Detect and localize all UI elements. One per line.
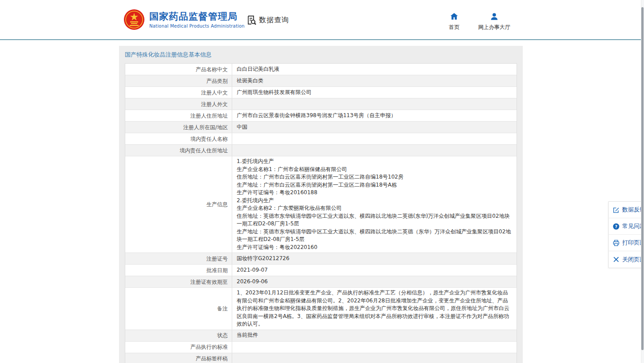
agency-logo[interactable]: 国家药品监督管理局 National Medical Products Admi… bbox=[123, 9, 245, 30]
field-label: 注册人住所地址 bbox=[125, 110, 232, 121]
table-row: 注册人外文 bbox=[125, 98, 517, 110]
header-divider bbox=[0, 39, 644, 40]
table-row: 备注1、2023年01月12日批准变更生产企业、产品执行的标准生产工艺（分相信息… bbox=[125, 288, 517, 330]
field-value bbox=[237, 355, 511, 363]
table-row: 境内责任人名称 bbox=[125, 133, 517, 145]
production-info-line: 生产企业名称1：广州市金栢丽保健品有限公司 bbox=[237, 166, 511, 174]
field-label: 状态 bbox=[125, 330, 232, 341]
agency-subtitle-en: National Medical Products Administration bbox=[149, 24, 245, 29]
data-query-section: 数据查询 bbox=[246, 15, 289, 25]
production-info-line: 2.委托境内生产 bbox=[237, 197, 511, 205]
header-nav: 首页网上办事大厅 bbox=[430, 12, 510, 31]
table-row: 生产信息1.委托境内生产生产企业名称1：广州市金栢丽保健品有限公司住所地址：广州… bbox=[125, 156, 517, 253]
field-label: 产品类别 bbox=[125, 75, 232, 86]
production-info-line: 生产许可证编号：粤妆20160188 bbox=[237, 189, 511, 197]
question-circle-icon: ? bbox=[613, 223, 619, 230]
close-icon bbox=[613, 256, 619, 263]
agency-title-cn: 国家药品监督管理局 bbox=[149, 11, 245, 22]
field-label: 境内责任人住所地址 bbox=[125, 145, 232, 156]
content-panel: 国产特殊化妆品注册信息基本信息 产品名称中文白白日记美白乳液产品类别祛斑美白类注… bbox=[119, 46, 523, 363]
table-row: 批准日期2021-09-07 bbox=[125, 265, 517, 276]
field-label: 备注 bbox=[125, 288, 232, 330]
field-label: 注册人中文 bbox=[125, 87, 232, 98]
data-query-label: 数据查询 bbox=[259, 16, 289, 25]
field-label: 境内责任人名称 bbox=[125, 133, 232, 144]
side-panel-item-3[interactable]: 关闭页面 bbox=[609, 251, 644, 268]
table-row: 产品执行的标准 bbox=[125, 342, 517, 353]
table-row: 注册证有效期至2026-09-06 bbox=[125, 276, 517, 288]
side-panel-item-1[interactable]: ?常见问题 bbox=[609, 218, 644, 235]
field-label: 注册证号 bbox=[125, 253, 232, 264]
production-info-line: 住所地址：英德市东华镇清华园中区工业大道以东、横四路以北地块二英德(东华)万洋众… bbox=[237, 212, 511, 228]
svg-text:?: ? bbox=[615, 224, 617, 228]
vertical-scrollbar-thumb[interactable] bbox=[641, 7, 644, 350]
table-row: 注册人中文广州雨琪生物科技发展有限公司 bbox=[125, 87, 517, 98]
nav-item-label[interactable]: 网上办事大厅 bbox=[478, 24, 510, 31]
nav-item-0[interactable]: 首页 bbox=[449, 12, 459, 31]
field-label: 产品标签样稿 bbox=[125, 353, 232, 363]
table-row: 状态当前批件 bbox=[125, 330, 517, 342]
field-label: 批准日期 bbox=[125, 265, 232, 276]
feedback-edit-icon bbox=[613, 207, 619, 213]
field-value: 广州雨琪生物科技发展有限公司 bbox=[237, 89, 511, 97]
production-info-line: 生产地址：英德市东华镇清华园中区工业大道以东、横四路以北地块二英德（东华）万洋众… bbox=[237, 228, 511, 244]
field-value: 白白日记美白乳液 bbox=[237, 65, 511, 73]
print-icon bbox=[613, 240, 619, 246]
page-title: 国产特殊化妆品注册信息基本信息 bbox=[119, 46, 523, 63]
vertical-scrollbar-track[interactable] bbox=[641, 0, 644, 363]
table-row: 注册人所在国/地区中国 bbox=[125, 122, 517, 133]
field-value: 中国 bbox=[237, 123, 511, 131]
national-emblem-icon bbox=[123, 9, 145, 30]
registration-info-table: 产品名称中文白白日记美白乳液产品类别祛斑美白类注册人中文广州雨琪生物科技发展有限… bbox=[125, 63, 517, 363]
field-value: 2021-09-07 bbox=[237, 266, 511, 274]
field-value bbox=[237, 100, 511, 108]
floating-tool-panel: 数据反馈?常见问题打印页面关闭页面 bbox=[608, 201, 644, 268]
table-row: 注册人住所地址广州市白云区景泰街金钟横路398号润发广场113号房（自主申报） bbox=[125, 110, 517, 122]
table-row: 产品名称中文白白日记美白乳液 bbox=[125, 64, 517, 75]
field-value: 2026-09-06 bbox=[237, 278, 511, 286]
field-value: 1、2023年01月12日批准变更生产企业、产品执行的标准生产工艺（分相信息），… bbox=[237, 289, 511, 328]
production-info-line: 1.委托境内生产 bbox=[237, 158, 511, 166]
production-info-line: 生产企业名称2：广东爱丽斯化妆品有限公司 bbox=[237, 204, 511, 212]
home-icon bbox=[449, 12, 459, 21]
production-info-line: 住所地址：广州市白云区嘉禾街望岗村第一工业区二路自编18号102房 bbox=[237, 173, 511, 181]
field-value bbox=[237, 135, 511, 143]
side-panel-item-2[interactable]: 打印页面 bbox=[609, 235, 644, 251]
nav-item-1[interactable]: 网上办事大厅 bbox=[478, 12, 510, 31]
table-row: 境内责任人住所地址 bbox=[125, 145, 517, 156]
table-row: 注册证号国妆特字G20212726 bbox=[125, 253, 517, 265]
field-label: 生产信息 bbox=[125, 156, 232, 253]
user-icon bbox=[489, 12, 499, 21]
field-value: 广州市白云区景泰街金钟横路398号润发广场113号房（自主申报） bbox=[237, 112, 511, 120]
page-header: 国家药品监督管理局 National Medical Products Admi… bbox=[0, 0, 644, 39]
field-value: 祛斑美白类 bbox=[237, 77, 511, 85]
nav-item-label[interactable]: 首页 bbox=[449, 24, 459, 31]
field-value: 国妆特字G20212726 bbox=[237, 255, 511, 263]
field-label: 产品执行的标准 bbox=[125, 342, 232, 353]
field-label: 注册人外文 bbox=[125, 98, 232, 110]
table-row: 产品标签样稿 bbox=[125, 353, 517, 363]
field-value: 当前批件 bbox=[237, 331, 511, 339]
field-label: 注册人所在国/地区 bbox=[125, 122, 232, 133]
production-info-line: 生产许可证编号：粤妆20220160 bbox=[237, 244, 511, 252]
field-label: 产品名称中文 bbox=[125, 64, 232, 75]
table-row: 产品类别祛斑美白类 bbox=[125, 75, 517, 87]
document-search-icon bbox=[246, 15, 257, 25]
side-panel-item-0[interactable]: 数据反馈 bbox=[609, 202, 644, 218]
field-label: 注册证有效期至 bbox=[125, 276, 232, 287]
production-info-line: 生产地址：广州市白云区嘉禾街望岗村第一工业区二路自编18号A栋 bbox=[237, 181, 511, 189]
field-value bbox=[237, 147, 511, 155]
field-value bbox=[237, 343, 511, 351]
